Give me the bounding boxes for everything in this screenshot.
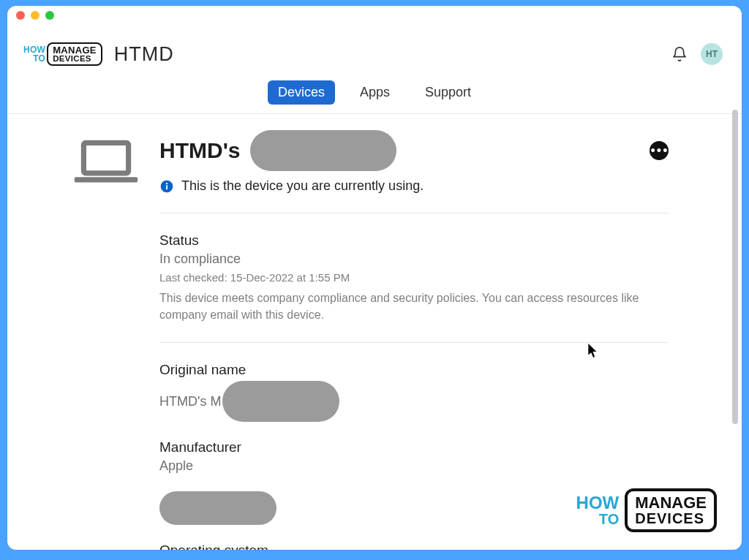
- app-window: HOW TO MANAGE DEVICES HTMD HT Devices Ap…: [7, 6, 742, 550]
- status-block: Status In compliance Last checked: 15-De…: [159, 232, 669, 323]
- redacted-original-name: [222, 381, 339, 422]
- tab-bar: Devices Apps Support: [7, 73, 742, 114]
- redacted-device-name: [250, 130, 396, 171]
- redacted-model: [159, 491, 276, 525]
- device-more-menu[interactable]: •••: [650, 141, 669, 160]
- device-title-row: HTMD's •••: [159, 130, 669, 171]
- tab-support[interactable]: Support: [415, 80, 481, 105]
- device-detail-content: HTMD's ••• This is the device you are cu…: [7, 114, 742, 550]
- device-title-prefix: HTMD's: [159, 138, 240, 163]
- logo-badge: MANAGE DEVICES: [47, 42, 102, 67]
- window-minimize-button[interactable]: [31, 11, 39, 20]
- scroll-thumb[interactable]: [732, 110, 738, 424]
- os-label: Operating system: [159, 542, 669, 550]
- svg-rect-3: [166, 185, 168, 189]
- current-device-msg: This is the device you are currently usi…: [181, 178, 424, 194]
- original-name-value: HTMD's M: [159, 394, 221, 409]
- user-avatar[interactable]: HT: [701, 43, 723, 65]
- svg-rect-0: [83, 143, 128, 173]
- info-icon: [159, 179, 174, 194]
- status-last-checked: Last checked: 15-Dec-2022 at 1:55 PM: [159, 271, 669, 284]
- tab-apps[interactable]: Apps: [350, 80, 400, 105]
- manufacturer-label: Manufacturer: [159, 439, 669, 455]
- avatar-initials: HT: [706, 49, 718, 59]
- vertical-scrollbar[interactable]: [731, 110, 739, 537]
- app-header: HOW TO MANAGE DEVICES HTMD HT: [7, 25, 742, 73]
- svg-rect-1: [75, 177, 138, 182]
- os-block: Operating system macOS: [159, 542, 669, 550]
- logo-to-text: TO: [33, 54, 45, 63]
- status-label: Status: [159, 232, 669, 249]
- window-zoom-button[interactable]: [45, 11, 54, 20]
- status-value: In compliance: [159, 251, 669, 267]
- status-description: This device meets company compliance and…: [159, 290, 669, 323]
- laptop-icon: [73, 139, 139, 185]
- divider: [159, 213, 669, 213]
- wm-line2: DEVICES: [635, 511, 707, 526]
- window-close-button[interactable]: [16, 11, 25, 20]
- original-name-label: Original name: [159, 362, 669, 378]
- svg-point-4: [166, 182, 168, 183]
- wm-line1: MANAGE: [635, 493, 707, 512]
- brand-name: HTMD: [114, 43, 174, 66]
- wm-to: TO: [599, 512, 619, 526]
- manufacturer-block: Manufacturer Apple: [159, 439, 669, 474]
- logo: HOW TO MANAGE DEVICES HTMD: [23, 42, 174, 67]
- logo-badge-line2: DEVICES: [53, 55, 97, 64]
- window-titlebar: [7, 6, 742, 25]
- manufacturer-value: Apple: [159, 458, 669, 474]
- wm-how: HOW: [576, 494, 620, 512]
- original-name-block: Original name HTMD's M: [159, 362, 669, 422]
- watermark-logo: HOW TO MANAGE DEVICES: [576, 488, 717, 532]
- tab-devices[interactable]: Devices: [268, 80, 335, 105]
- device-main: HTMD's ••• This is the device you are cu…: [159, 130, 671, 550]
- current-device-row: This is the device you are currently usi…: [159, 178, 669, 194]
- mouse-cursor-icon: [588, 344, 598, 358]
- notifications-icon[interactable]: [671, 46, 688, 62]
